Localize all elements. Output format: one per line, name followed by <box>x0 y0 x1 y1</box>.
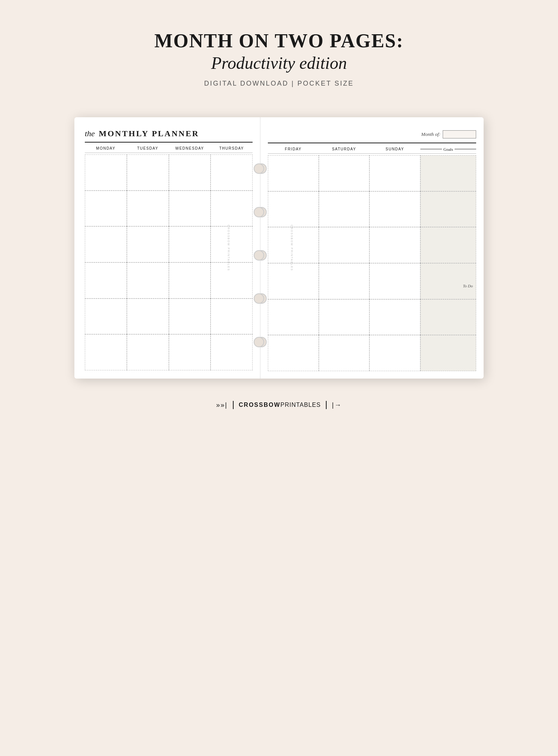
footer: »»| CROSSBOWPRINTABLES |→ <box>216 401 342 409</box>
subtitle: DIGITAL DOWNLOAD | POCKET SIZE <box>154 80 404 87</box>
table-row <box>319 335 370 371</box>
planner-title: the MONTHLY PLANNER <box>85 128 199 139</box>
table-row <box>85 154 127 191</box>
table-row <box>169 226 211 262</box>
table-row <box>85 191 127 227</box>
arrow-right-icon: |→ <box>332 401 342 409</box>
table-row <box>169 299 211 335</box>
table-row <box>85 299 127 335</box>
watermark-left: CROSSBOW PRINTABLES <box>227 225 230 271</box>
right-calendar-grid: To Do <box>268 155 476 371</box>
table-row <box>369 335 420 371</box>
ring <box>254 293 264 304</box>
table-row <box>127 226 169 262</box>
ring <box>254 337 264 347</box>
arrow-left-icon: »»| <box>216 401 228 409</box>
right-header-divider <box>268 143 476 143</box>
brand-bold: CROSSBOW <box>239 402 280 408</box>
table-row <box>268 191 319 227</box>
divider-right <box>326 401 327 409</box>
title-the: the <box>85 129 95 138</box>
ring <box>254 163 264 174</box>
table-row <box>211 262 253 299</box>
table-row <box>85 262 127 299</box>
day-monday: MONDAY <box>85 146 127 151</box>
table-row <box>268 335 319 371</box>
header-divider <box>85 142 253 143</box>
page-title: MONTH ON TWO PAGES: Productivity edition… <box>154 30 404 87</box>
right-page: Month of: FRIDAY SATURDAY SUNDAY Goals <box>260 117 484 379</box>
brand-light: PRINTABLES <box>280 402 321 408</box>
table-row <box>211 299 253 335</box>
table-row <box>211 226 253 262</box>
table-row <box>369 227 420 263</box>
to-do-label: To Do <box>463 284 473 288</box>
right-day-headers: FRIDAY SATURDAY SUNDAY Goals <box>268 146 476 154</box>
goals-line-left <box>420 149 442 149</box>
goals-cell <box>420 335 476 371</box>
goals-header: Goals <box>420 146 476 152</box>
right-header-top: Month of: <box>268 128 476 141</box>
table-row <box>211 334 253 370</box>
table-row <box>85 334 127 370</box>
goals-cell <box>420 155 476 191</box>
planner-spread: the MONTHLY PLANNER MONDAY TUESDAY WEDNE… <box>74 117 484 379</box>
left-header: the MONTHLY PLANNER <box>85 128 253 139</box>
table-row <box>268 299 319 335</box>
watermark-right: CROSSBOW PRINTABLES <box>291 225 293 271</box>
title-line2: Productivity edition <box>154 53 404 73</box>
table-row <box>169 154 211 191</box>
table-row <box>127 334 169 370</box>
table-row <box>268 155 319 191</box>
table-row <box>268 227 319 263</box>
day-thursday: THURSDAY <box>211 146 253 151</box>
goals-cell <box>420 227 476 263</box>
table-row <box>169 262 211 299</box>
table-row <box>127 262 169 299</box>
table-row <box>169 191 211 227</box>
brand-name: CROSSBOWPRINTABLES <box>239 402 321 408</box>
month-of-label: Month of: <box>421 131 440 137</box>
table-row <box>211 191 253 227</box>
table-row <box>319 191 370 227</box>
day-saturday: SATURDAY <box>319 146 370 152</box>
goals-cell <box>420 299 476 335</box>
left-page: the MONTHLY PLANNER MONDAY TUESDAY WEDNE… <box>74 117 260 379</box>
rings-right <box>254 117 264 379</box>
ring <box>254 250 264 261</box>
goals-cell-todo: To Do <box>420 263 476 299</box>
table-row <box>319 227 370 263</box>
goals-line-right <box>455 149 476 149</box>
table-row <box>169 334 211 370</box>
table-row <box>369 155 420 191</box>
day-sunday: SUNDAY <box>369 146 420 152</box>
left-day-headers: MONDAY TUESDAY WEDNESDAY THURSDAY <box>85 146 253 153</box>
table-row <box>369 263 420 299</box>
table-row <box>127 299 169 335</box>
table-row <box>127 154 169 191</box>
title-main: MONTHLY PLANNER <box>99 129 199 138</box>
table-row <box>127 191 169 227</box>
day-tuesday: TUESDAY <box>127 146 169 151</box>
divider-left <box>233 401 234 409</box>
title-line1: MONTH ON TWO PAGES: <box>154 30 404 52</box>
table-row <box>211 154 253 191</box>
table-row <box>268 263 319 299</box>
table-row <box>85 226 127 262</box>
table-row <box>319 263 370 299</box>
table-row <box>369 299 420 335</box>
table-row <box>319 299 370 335</box>
goals-cell <box>420 191 476 227</box>
table-row <box>319 155 370 191</box>
table-row <box>369 191 420 227</box>
month-of-input[interactable] <box>443 130 476 138</box>
day-friday: FRIDAY <box>268 146 319 152</box>
ring <box>254 207 264 217</box>
day-wednesday: WEDNESDAY <box>169 146 211 151</box>
goals-label: Goals <box>443 147 453 151</box>
